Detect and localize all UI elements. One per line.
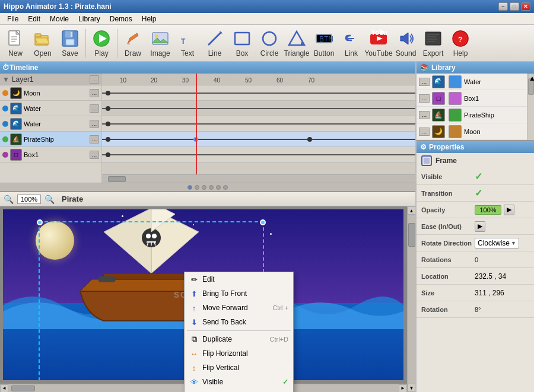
ctx-move-forward[interactable]: ↑ Move Forward Ctrl + bbox=[185, 301, 293, 315]
lib-item-moon[interactable]: … 🌙 Moon bbox=[417, 123, 527, 140]
layer-row-pirateship[interactable]: ⛵ PirateShip … bbox=[0, 132, 101, 147]
lib-btn-pirateship[interactable]: … bbox=[419, 111, 430, 119]
layer-menu-btn[interactable]: … bbox=[90, 75, 99, 84]
track-dot-water2-start bbox=[106, 122, 110, 126]
properties-title: Properties bbox=[429, 143, 464, 151]
toolbar-sound[interactable]: Sound bbox=[393, 27, 419, 60]
timeline-icon: ⏱ bbox=[2, 63, 9, 72]
canvas-scroll-left[interactable]: ◄ bbox=[0, 384, 8, 393]
timeline-scrollbar-h[interactable] bbox=[102, 174, 415, 183]
menu-edit[interactable]: Edit bbox=[23, 13, 45, 25]
canvas-scroll-up[interactable]: ▲ bbox=[408, 206, 416, 215]
toolbar-export[interactable]: Export bbox=[420, 27, 446, 60]
canvas-scroll-thumb-h[interactable] bbox=[11, 385, 35, 391]
toolbar-circle[interactable]: Circle bbox=[256, 27, 282, 60]
canvas-area[interactable]: SOFTJ.COM ✏ Edit ⬆ Bring To Front ↑ Move… bbox=[0, 206, 415, 392]
lib-btn-water[interactable]: … bbox=[419, 78, 430, 86]
ctx-move-forward-label: Move Forward bbox=[202, 304, 248, 312]
playhead[interactable] bbox=[196, 74, 197, 174]
layer-collapse-icon[interactable]: ▼ bbox=[2, 75, 9, 84]
rotate-dir-arrow: ▼ bbox=[511, 240, 516, 246]
toolbar-save[interactable]: Save bbox=[57, 27, 83, 60]
timeline-scroll-thumb[interactable] bbox=[108, 176, 126, 182]
ctx-flip-v[interactable]: ↕ Flip Vertical bbox=[185, 361, 293, 375]
menu-help[interactable]: Help bbox=[137, 13, 161, 25]
prop-value-rotate-dir[interactable]: Clockwise ▼ bbox=[475, 238, 519, 248]
toolbar-line[interactable]: Line bbox=[202, 27, 228, 60]
toolbar-button[interactable]: BTN Button bbox=[311, 27, 337, 60]
canvas-scroll-right[interactable]: ► bbox=[399, 384, 407, 393]
layer-header-menu[interactable]: … bbox=[90, 75, 99, 84]
ctx-bring-to-front[interactable]: ⬆ Bring To Front bbox=[185, 286, 293, 301]
prop-label-rotate-dir: Rotate Direction bbox=[421, 240, 475, 247]
toolbar-box[interactable]: Box bbox=[229, 27, 255, 60]
lib-btn-moon[interactable]: … bbox=[419, 128, 430, 136]
layer-row-water1[interactable]: 🌊 Water … bbox=[0, 101, 101, 116]
menu-demos[interactable]: Demos bbox=[105, 13, 137, 25]
toolbar-draw[interactable]: Draw bbox=[120, 27, 146, 60]
scroll-dot-4[interactable] bbox=[209, 185, 214, 190]
prop-label-rotations: Rotations bbox=[421, 256, 475, 263]
menu-library[interactable]: Library bbox=[74, 13, 105, 25]
toolbar-triangle[interactable]: Triangle bbox=[284, 27, 310, 60]
scroll-dot-3[interactable] bbox=[202, 185, 206, 190]
ctx-visible[interactable]: 👁 Visible ✓ bbox=[185, 375, 293, 389]
lib-item-water[interactable]: … 🌊 Water bbox=[417, 74, 527, 90]
size-w: 311 , bbox=[475, 289, 491, 297]
layer-menu-moon[interactable]: … bbox=[90, 89, 99, 97]
zoom-display[interactable]: 100% bbox=[17, 195, 41, 204]
layer-menu-water2[interactable]: … bbox=[90, 120, 99, 128]
scroll-dot-5[interactable] bbox=[216, 185, 221, 190]
prop-ease-arrow[interactable]: ▶ bbox=[475, 221, 485, 232]
ctx-transition[interactable]: ⟿ Transition ✓ bbox=[185, 389, 293, 392]
track-dot-moon-start bbox=[106, 91, 110, 95]
lib-btn-box1[interactable]: … bbox=[419, 94, 430, 103]
prop-row-ease: Ease (In/Out) ▶ bbox=[417, 218, 534, 235]
ruler-mark-60: 60 bbox=[276, 77, 283, 84]
layer-name-water1: Water bbox=[24, 105, 88, 112]
maximize-button[interactable]: □ bbox=[510, 2, 519, 11]
prop-value-opacity[interactable]: 100% bbox=[475, 205, 501, 215]
timeline-tracks[interactable]: 10 20 30 40 50 60 70 bbox=[102, 74, 415, 183]
toolbar-help[interactable]: ? Help bbox=[447, 27, 473, 60]
lib-item-box1[interactable]: … □ Box1 bbox=[417, 90, 527, 107]
scroll-dot-6[interactable] bbox=[223, 185, 228, 190]
library-scrollbar[interactable]: ▲ bbox=[527, 74, 534, 140]
layer-thumb-pirateship: ⛵ bbox=[10, 133, 22, 145]
ruler-mark-30: 30 bbox=[182, 77, 189, 84]
canvas-scroll-down[interactable]: ▼ bbox=[408, 384, 416, 392]
ctx-send-to-back[interactable]: ⬇ Send To Back bbox=[185, 315, 293, 329]
toolbar-new[interactable]: New bbox=[2, 27, 28, 60]
ctx-flip-h[interactable]: ↔ Flip Horizontal bbox=[185, 346, 293, 361]
ctx-edit[interactable]: ✏ Edit bbox=[185, 272, 293, 286]
track-box1 bbox=[102, 147, 415, 162]
canvas-scroll-thumb-v[interactable] bbox=[408, 223, 415, 247]
toolbar-open[interactable]: Open bbox=[30, 27, 56, 60]
sound-icon bbox=[396, 29, 415, 48]
toolbar-text[interactable]: T Text bbox=[174, 27, 201, 60]
scroll-dot-2[interactable] bbox=[195, 185, 199, 190]
layer-row-box1[interactable]: □ Box1 … bbox=[0, 147, 101, 162]
close-button[interactable]: ✕ bbox=[521, 2, 530, 11]
layer-row-water2[interactable]: 🌊 Water … bbox=[0, 116, 101, 132]
prop-label-transition: Transition bbox=[421, 190, 475, 197]
help-icon: ? bbox=[451, 29, 470, 48]
context-menu: ✏ Edit ⬆ Bring To Front ↑ Move Forward C… bbox=[184, 272, 294, 392]
library-scroll-up[interactable]: ▲ bbox=[528, 74, 534, 78]
toolbar-play[interactable]: Play bbox=[88, 27, 115, 60]
minimize-button[interactable]: − bbox=[498, 2, 508, 11]
toolbar-youtube[interactable]: You Tube YouTube bbox=[365, 27, 392, 60]
prop-opacity-arrow[interactable]: ▶ bbox=[504, 205, 514, 215]
menu-movie[interactable]: Movie bbox=[45, 13, 74, 25]
lib-item-pirateship[interactable]: … ⛵ PirateShip bbox=[417, 107, 527, 123]
canvas-scrollbar-v[interactable]: ▲ ▼ bbox=[407, 206, 415, 392]
menu-file[interactable]: File bbox=[2, 13, 23, 25]
layer-menu-water1[interactable]: … bbox=[90, 104, 99, 113]
layer-row-moon[interactable]: 🌙 Moon … bbox=[0, 85, 101, 101]
toolbar-image[interactable]: Image bbox=[147, 27, 173, 60]
toolbar-link[interactable]: Link bbox=[338, 27, 364, 60]
layer-menu-box1[interactable]: … bbox=[90, 151, 99, 159]
scroll-dot-1[interactable] bbox=[187, 185, 192, 190]
ctx-duplicate[interactable]: ⧉ Duplicate Ctrl+D bbox=[185, 332, 293, 346]
layer-menu-pirateship[interactable]: … bbox=[90, 135, 99, 144]
